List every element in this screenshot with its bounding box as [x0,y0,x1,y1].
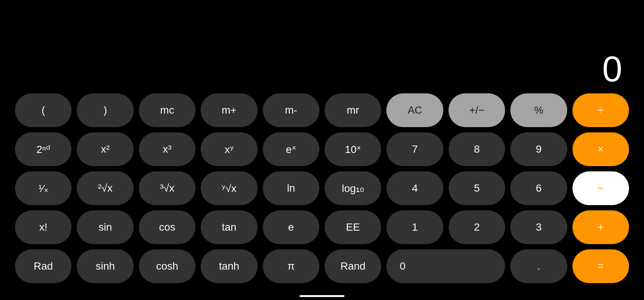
sinh-button[interactable]: sinh [77,249,133,283]
x-cubed-button[interactable]: x³ [139,132,195,166]
ee-button[interactable]: EE [325,210,381,244]
m-minus-button[interactable]: m- [263,93,319,127]
8-button[interactable]: 8 [449,132,505,166]
m-plus-button[interactable]: m+ [201,93,257,127]
mc-button[interactable]: mc [139,93,195,127]
5-button[interactable]: 5 [449,171,505,205]
open-paren-button[interactable]: ( [15,93,72,127]
cos-button[interactable]: cos [139,210,195,244]
sqrty-button[interactable]: ʸ√x [201,171,257,205]
calculator: ()mcm+m-mrAC+/−%÷2ⁿᵈx²x³xʸeˣ10ˣ789×¹⁄ₓ²√… [0,93,644,291]
tanh-button[interactable]: tanh [201,249,257,283]
pi-button[interactable]: π [263,249,319,283]
0-button[interactable]: 0 [386,249,505,283]
decimal-button[interactable]: . [510,249,567,283]
x-squared-button[interactable]: x² [77,132,133,166]
2nd-button[interactable]: 2ⁿᵈ [15,132,72,166]
log10-button[interactable]: log₁₀ [325,171,381,205]
mr-button[interactable]: mr [325,93,381,127]
7-button[interactable]: 7 [386,132,443,166]
rad-button[interactable]: Rad [15,249,72,283]
home-indicator [300,295,344,297]
subtract-button[interactable]: − [572,171,629,205]
sqrt3-button[interactable]: ³√x [139,171,195,205]
3-button[interactable]: 3 [510,210,567,244]
ac-button[interactable]: AC [386,93,443,127]
e-button[interactable]: e [263,210,319,244]
sin-button[interactable]: sin [77,210,133,244]
2-button[interactable]: 2 [449,210,505,244]
rand-button[interactable]: Rand [325,249,381,283]
ln-button[interactable]: ln [263,171,319,205]
equals-button[interactable]: = [572,249,629,283]
close-paren-button[interactable]: ) [77,93,133,127]
x-y-button[interactable]: xʸ [201,132,257,166]
factorial-button[interactable]: x! [15,210,72,244]
4-button[interactable]: 4 [386,171,443,205]
10-x-button[interactable]: 10ˣ [325,132,381,166]
cosh-button[interactable]: cosh [139,249,195,283]
plus-minus-button[interactable]: +/− [449,93,505,127]
9-button[interactable]: 9 [510,132,567,166]
divide-button[interactable]: ÷ [572,93,629,127]
multiply-button[interactable]: × [572,132,629,166]
add-button[interactable]: + [572,210,629,244]
tan-button[interactable]: tan [201,210,257,244]
e-x-button[interactable]: eˣ [263,132,319,166]
percent-button[interactable]: % [510,93,567,127]
button-grid: ()mcm+m-mrAC+/−%÷2ⁿᵈx²x³xʸeˣ10ˣ789×¹⁄ₓ²√… [15,93,629,283]
sqrt2-button[interactable]: ²√x [77,171,133,205]
1-button[interactable]: 1 [386,210,443,244]
display: 0 [0,45,644,93]
6-button[interactable]: 6 [510,171,567,205]
inv-x-button[interactable]: ¹⁄ₓ [15,171,72,205]
